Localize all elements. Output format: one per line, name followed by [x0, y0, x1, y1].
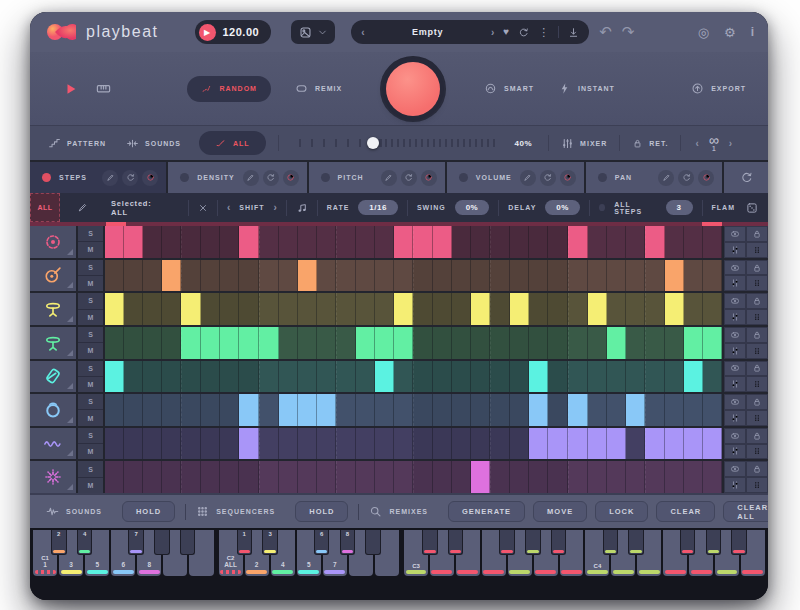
piano-key-black[interactable] — [365, 530, 380, 555]
step-cell[interactable] — [375, 226, 394, 258]
step-cell[interactable] — [201, 260, 220, 292]
track-fader-button[interactable] — [724, 242, 746, 258]
step-cell[interactable] — [490, 293, 510, 325]
step-cell[interactable] — [259, 428, 279, 460]
step-cell[interactable] — [394, 461, 413, 493]
step-cell[interactable] — [548, 394, 567, 426]
step-cell[interactable] — [336, 394, 356, 426]
step-cell[interactable] — [568, 361, 588, 393]
step-cell[interactable] — [394, 327, 413, 359]
tab-cycle-button[interactable] — [263, 170, 279, 186]
step-cell[interactable] — [607, 461, 626, 493]
refresh-all-button[interactable] — [724, 162, 768, 193]
track-fader-button[interactable] — [724, 343, 746, 359]
track-fader-button[interactable] — [724, 376, 746, 392]
solo-button[interactable]: S — [78, 461, 103, 477]
piano-key-black[interactable] — [603, 530, 618, 555]
step-cell[interactable] — [298, 461, 317, 493]
shift-right-icon[interactable]: › — [273, 202, 276, 213]
step-cell[interactable] — [568, 260, 588, 292]
step-cell[interactable] — [201, 394, 220, 426]
track-drag-handle[interactable] — [746, 410, 768, 426]
step-cell[interactable] — [279, 394, 298, 426]
step-cell[interactable] — [105, 226, 124, 258]
step-cell[interactable] — [452, 428, 471, 460]
step-cell[interactable] — [568, 226, 588, 258]
step-cell[interactable] — [356, 428, 375, 460]
info-icon[interactable]: i — [751, 26, 754, 38]
track-drag-handle[interactable] — [746, 376, 768, 392]
step-cell[interactable] — [259, 461, 279, 493]
step-cell[interactable] — [529, 428, 548, 460]
main-knob[interactable] — [380, 56, 446, 122]
track-fader-button[interactable] — [724, 410, 746, 426]
step-cell[interactable] — [298, 226, 317, 258]
step-cell[interactable] — [220, 260, 239, 292]
step-cell[interactable] — [298, 293, 317, 325]
step-cell[interactable] — [413, 327, 433, 359]
track-drag-handle[interactable] — [746, 477, 768, 493]
step-cell[interactable] — [684, 428, 703, 460]
step-cell[interactable] — [239, 361, 258, 393]
step-cell[interactable] — [665, 461, 684, 493]
export-button[interactable]: EXPORT — [691, 82, 746, 95]
step-cell[interactable] — [645, 461, 665, 493]
track-icon-snare[interactable] — [30, 260, 78, 292]
tab-edit-button[interactable] — [243, 170, 259, 186]
step-cell[interactable] — [626, 361, 645, 393]
step-cell[interactable] — [239, 226, 258, 258]
mute-button[interactable]: M — [78, 444, 103, 459]
piano-key-black[interactable]: 1 — [237, 530, 252, 555]
clear-all-button[interactable]: CLEAR ALL — [723, 501, 768, 522]
step-cell[interactable] — [548, 226, 567, 258]
tab-probability-button[interactable] — [283, 170, 299, 186]
step-cell[interactable] — [298, 361, 317, 393]
step-cell[interactable] — [124, 260, 143, 292]
density-slider[interactable] — [299, 136, 499, 150]
track-lock-button[interactable] — [746, 260, 768, 276]
step-cell[interactable] — [703, 327, 722, 359]
step-cell[interactable] — [548, 461, 567, 493]
step-cell[interactable] — [703, 428, 722, 460]
clear-button[interactable]: CLEAR — [656, 501, 715, 522]
step-cell[interactable] — [105, 461, 124, 493]
step-cell[interactable] — [394, 293, 413, 325]
step-cell[interactable] — [317, 461, 336, 493]
step-cell[interactable] — [356, 226, 375, 258]
step-cell[interactable] — [279, 226, 298, 258]
step-cell[interactable] — [510, 461, 529, 493]
dice-icon[interactable] — [746, 202, 758, 214]
step-cell[interactable] — [607, 293, 626, 325]
tab-pan[interactable]: PAN — [586, 162, 722, 193]
step-cell[interactable] — [336, 361, 356, 393]
step-cell[interactable] — [452, 260, 471, 292]
remix-mode-button[interactable]: REMIX — [295, 82, 342, 95]
step-cell[interactable] — [607, 361, 626, 393]
step-cell[interactable] — [703, 394, 722, 426]
step-cell[interactable] — [220, 293, 239, 325]
solo-button[interactable]: S — [78, 327, 103, 343]
step-cell[interactable] — [588, 461, 607, 493]
step-cell[interactable] — [471, 293, 490, 325]
step-cell[interactable] — [317, 327, 336, 359]
step-cell[interactable] — [317, 428, 336, 460]
step-cell[interactable] — [645, 226, 665, 258]
piano-key-black[interactable]: 4 — [77, 530, 92, 555]
redo-icon[interactable]: ↷ — [622, 23, 635, 41]
step-cell[interactable] — [220, 461, 239, 493]
step-cell[interactable] — [298, 260, 317, 292]
step-cell[interactable] — [239, 293, 258, 325]
mute-button[interactable]: M — [78, 276, 103, 291]
track-clear-button[interactable] — [724, 461, 746, 477]
step-cell[interactable] — [568, 327, 588, 359]
step-cell[interactable] — [162, 428, 181, 460]
swing-value[interactable]: 0% — [455, 200, 490, 215]
step-cell[interactable] — [548, 260, 567, 292]
track-fader-button[interactable] — [724, 309, 746, 325]
step-cell[interactable] — [490, 260, 510, 292]
step-cell[interactable] — [201, 428, 220, 460]
solo-button[interactable]: S — [78, 361, 103, 377]
step-cell[interactable] — [433, 293, 452, 325]
solo-button[interactable]: S — [78, 226, 103, 242]
step-cell[interactable] — [433, 394, 452, 426]
